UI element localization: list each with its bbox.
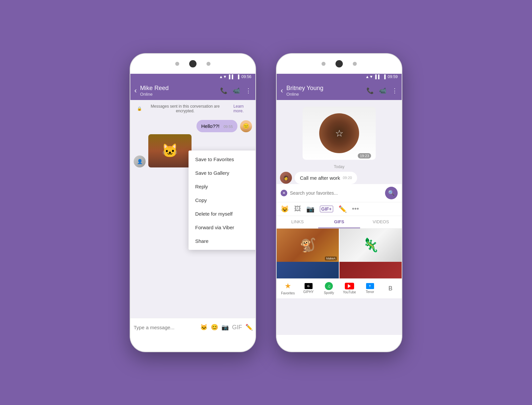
bubble-text-hello: Hello??! [201,123,219,129]
contact-status-2: Online [286,92,363,97]
cake-image-container: ☆ 19:23 [303,103,376,163]
nav-spotify[interactable]: ♫ Spotify [319,282,339,295]
fav-icons-row: 😺 🖼 📷 GIF+ ✏️ ••• [277,202,402,216]
image-tab-icon[interactable]: 🖼 [294,205,301,213]
more-icon-2[interactable]: ⋮ [392,87,398,94]
gif-cell-4[interactable] [339,262,402,278]
image-bubble: 🐱 [148,134,192,167]
menu-save-gallery[interactable]: Save to Gallery [189,166,255,180]
status-icons-2: ▲▼ [365,74,373,79]
menu-reply[interactable]: Reply [189,180,255,193]
favorites-nav-label: Favorites [281,291,295,295]
header-icons-1: 📞 📹 ⋮ [220,87,251,94]
video-icon-1[interactable]: 📹 [233,87,240,94]
signal-icon-1: ▌▌ [229,74,234,79]
avatar-sender-1: 😐 [240,120,252,132]
search-button[interactable]: 🔍 [385,187,398,199]
bottom-nav: ★ Favorites G GIPHY ♫ Spotify YouTube [277,278,402,298]
chat-body-2: ☆ 19:23 Today 👩 Call me after work 09:20 [277,100,402,337]
favorites-panel: ✕ 🔍 😺 🖼 📷 GIF+ ✏️ ••• LINKS GIFS VIDEO [277,184,402,278]
video-icon-2[interactable]: 📹 [379,87,386,94]
call-icon-2[interactable]: 📞 [366,87,374,94]
back-button-1[interactable]: ‹ [134,86,137,95]
cake-timestamp: 19:23 [358,153,371,158]
nav-tenor[interactable]: T Tenor [360,283,380,294]
signal-icon-2: ▌▌ [375,74,381,79]
nav-more[interactable]: B [380,285,400,292]
doodle-tab-icon[interactable]: ✏️ [338,205,347,213]
cake-image: ☆ [303,107,376,160]
camera-icon-1[interactable]: 📷 [221,324,229,331]
more-tab-icon[interactable]: ••• [352,205,359,213]
fav-search-bar: ✕ 🔍 [277,184,402,202]
contact-name-2: Britney Young [286,85,363,92]
time-1: 09:56 [241,74,251,79]
youtube-nav-icon [345,283,354,289]
cat-image: 🐱 [148,134,192,167]
nav-giphy[interactable]: G GIPHY [299,283,319,294]
gif-icon-1[interactable]: GIF [232,324,242,331]
avatar-mike-1: 👤 [134,155,146,167]
cake-visual: ☆ [319,113,359,153]
giphy-nav-label: GIPHY [303,290,314,294]
gif-cell-3[interactable] [277,262,339,278]
message-input-1[interactable] [134,325,197,330]
phone-2: ▲▼ ▌▌ ▐ 09:59 ‹ Britney Young Online 📞 📹… [276,53,402,352]
media-tabs: LINKS GIFS VIDEOS [277,216,402,229]
bubble-time-hello: 09:55 [223,125,233,129]
spotify-nav-icon: ♫ [325,282,333,290]
favorites-search-input[interactable] [290,190,382,196]
tenor-nav-label: Tenor [366,290,374,294]
close-search-button[interactable]: ✕ [281,190,287,196]
phone-2-content: ▲▼ ▌▌ ▐ 09:59 ‹ Britney Young Online 📞 📹… [277,72,402,337]
call-icon-1[interactable]: 📞 [220,87,227,94]
tab-links[interactable]: LINKS [277,216,318,228]
menu-share[interactable]: Share [189,234,255,248]
menu-save-favorites[interactable]: Save to Favorites [189,152,255,166]
emoji-icon-1[interactable]: 🐱 [200,324,207,331]
cake-wrapper: ☆ 19:23 [277,100,402,163]
sticker-icon-1[interactable]: 😊 [211,324,218,331]
more-nav-icon: B [388,285,392,292]
phone-1: ▲▼ ▌▌ ▐ 09:56 ‹ Mike Reed Online 📞 📹 ⋮ 🔒… [130,53,256,352]
tab-videos[interactable]: VIDEOS [360,216,402,228]
gif-tab-icon[interactable]: GIF+ [320,206,333,212]
menu-forward[interactable]: Forward via Viber [189,221,255,234]
back-button-2[interactable]: ‹ [281,86,283,95]
youtube-play-icon [348,284,351,288]
gif-cell-lizard[interactable]: 🦎 [339,229,402,262]
phone-2-bottom [277,335,402,352]
doodle-icon-1[interactable]: ✏️ [245,324,253,331]
camera-tab-icon[interactable]: 📷 [306,205,315,213]
emoji-tab-icon[interactable]: 😺 [281,205,289,213]
gif-cell-monkey[interactable]: 🐒 MakeA [277,229,339,262]
more-icon-1[interactable]: ⋮ [245,87,251,94]
message-time-2: 09:20 [343,176,352,180]
menu-delete[interactable]: Delete for myself [189,207,255,221]
time-2: 09:59 [388,74,398,79]
chat-header-2: ‹ Britney Young Online 📞 📹 ⋮ [277,81,402,100]
header-icons-2: 📞 📹 ⋮ [366,87,398,94]
cake-star: ☆ [335,128,343,139]
favorites-nav-icon: ★ [285,282,291,290]
today-label: Today [277,163,402,172]
chat-body-1: 🔒 Messages sent in this conversation are… [130,100,255,337]
phone-1-content: ▲▼ ▌▌ ▐ 09:56 ‹ Mike Reed Online 📞 📹 ⋮ 🔒… [130,72,255,337]
gif-row-2 [277,262,402,278]
context-menu: Save to Favorites Save to Gallery Reply … [189,151,255,250]
message-bubble-2: Call me after work 09:20 [295,172,357,184]
learn-more-link[interactable]: Learn more. [228,104,249,113]
tab-gifs[interactable]: GIFS [318,216,360,228]
header-info-1: Mike Reed Online [140,85,217,97]
front-camera-right-2 [353,62,357,66]
gif-grid: 🐒 MakeA 🦎 [277,229,402,262]
front-camera-left [175,62,179,66]
message-text-2: Call me after work [300,175,340,181]
bubble-hello: Hello??! 09:55 [197,120,237,132]
messages-area-1: Hello??! 09:55 😐 👤 🐱 Save to Favorites S… [130,117,255,318]
nav-favorites[interactable]: ★ Favorites [278,282,298,295]
menu-copy[interactable]: Copy [189,193,255,207]
phone-2-top [277,54,402,74]
nav-youtube[interactable]: YouTube [339,283,359,294]
phone-1-top [130,54,255,74]
